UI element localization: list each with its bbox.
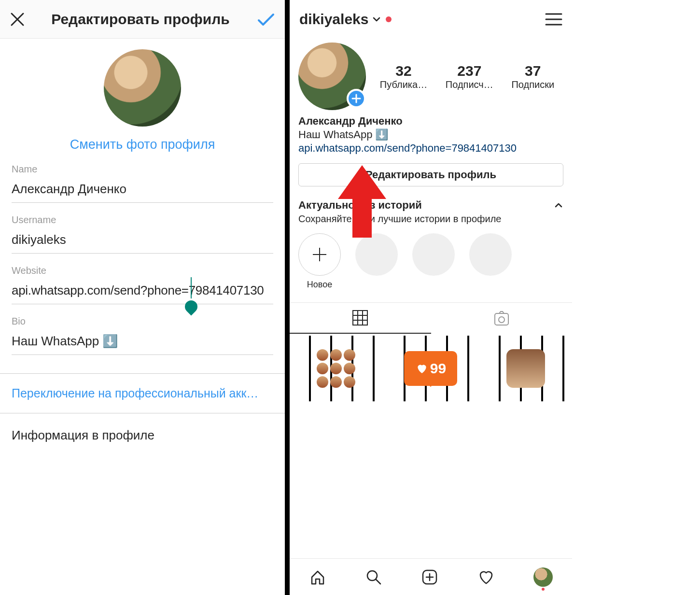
plus-icon <box>298 233 341 276</box>
change-photo-link[interactable]: Сменить фото профиля <box>70 137 215 152</box>
bio-label: Bio <box>12 316 273 327</box>
profile-header: dikiyaleks <box>290 0 572 39</box>
username-label: Username <box>12 214 273 226</box>
website-input[interactable] <box>12 279 273 304</box>
notification-dot <box>386 16 392 22</box>
edit-profile-button[interactable]: Редактировать профиль <box>298 163 563 186</box>
following-count: 37 <box>511 63 554 79</box>
stat-followers[interactable]: 237 Подписч… <box>446 63 493 90</box>
posts-label: Публика… <box>380 79 427 90</box>
tab-grid[interactable] <box>290 303 431 334</box>
header-username[interactable]: dikiyaleks <box>299 11 368 28</box>
bio-link[interactable]: api.whatsapp.com/send?phone=79841407130 <box>298 142 563 155</box>
name-label: Name <box>12 164 273 175</box>
highlights-title: Актуальное из историй <box>298 199 422 212</box>
confirm-icon[interactable] <box>256 10 275 29</box>
home-icon[interactable] <box>309 568 326 586</box>
like-count: 99 <box>430 360 446 377</box>
posts-count: 32 <box>380 63 427 79</box>
svg-point-2 <box>499 317 504 323</box>
edit-header: Редактировать профиль <box>0 0 285 39</box>
username-input[interactable] <box>12 228 273 254</box>
post-thumbnail[interactable] <box>479 336 572 401</box>
svg-point-3 <box>367 571 377 581</box>
stat-posts[interactable]: 32 Публика… <box>380 63 427 90</box>
highlight-placeholder <box>355 233 398 276</box>
activity-icon[interactable] <box>477 568 495 586</box>
bottom-nav <box>290 558 572 595</box>
close-icon[interactable] <box>10 12 25 27</box>
bio-text: Наш WhatsApp ⬇️ <box>298 128 563 141</box>
followers-count: 237 <box>446 63 493 79</box>
add-story-icon[interactable] <box>347 89 366 108</box>
highlight-new[interactable]: Новое <box>298 233 341 290</box>
tab-tagged[interactable] <box>431 303 573 334</box>
stats: 32 Публика… 237 Подписч… 37 Подписки <box>371 63 563 90</box>
text-cursor <box>191 277 192 298</box>
edit-profile-screen: Редактировать профиль Сменить фото профи… <box>0 0 285 595</box>
profile-info-heading: Информация в профиле <box>0 413 285 443</box>
highlight-new-label: Новое <box>298 280 341 290</box>
following-label: Подписки <box>511 79 554 90</box>
bio-input[interactable] <box>12 330 273 355</box>
name-input[interactable] <box>12 178 273 203</box>
search-icon[interactable] <box>365 568 382 586</box>
highlight-placeholder <box>412 233 455 276</box>
highlight-placeholder <box>469 233 512 276</box>
profile-avatar[interactable] <box>104 49 181 127</box>
profile-screen: dikiyaleks 32 Публика… 237 Подписч… <box>290 0 572 595</box>
profile-tabs <box>290 302 572 334</box>
highlights-subtitle: Сохраняйте свои лучшие истории в профиле <box>290 212 572 225</box>
like-badge: 99 <box>404 351 457 386</box>
instagram-icon <box>506 349 545 388</box>
svg-rect-1 <box>495 313 508 325</box>
post-thumbnail[interactable]: 99 <box>384 336 477 401</box>
highlights-row: Новое <box>290 225 572 290</box>
followers-label: Подписч… <box>446 79 493 90</box>
chevron-up-icon[interactable] <box>554 200 563 210</box>
svg-rect-0 <box>353 311 367 325</box>
stat-following[interactable]: 37 Подписки <box>511 63 554 90</box>
website-label: Website <box>12 265 273 276</box>
menu-icon[interactable] <box>545 12 562 27</box>
page-title: Редактировать профиль <box>25 11 256 28</box>
posts-grid: 99 <box>290 334 572 401</box>
nav-profile-avatar[interactable] <box>533 567 553 587</box>
post-thumbnail[interactable] <box>290 336 382 401</box>
profile-avatar-wrap[interactable] <box>298 42 371 110</box>
chevron-down-icon[interactable] <box>372 15 381 24</box>
switch-professional-link[interactable]: Переключение на профессиональный акк… <box>0 374 285 413</box>
display-name: Александр Диченко <box>298 115 563 128</box>
add-post-icon[interactable] <box>421 568 438 586</box>
